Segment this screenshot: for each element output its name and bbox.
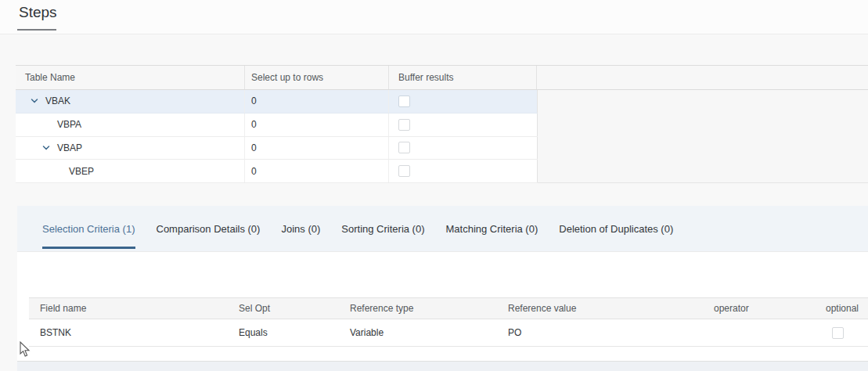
tree-row-vbep[interactable]: VBEP 0 bbox=[16, 160, 538, 183]
select-up-to-rows-value: 0 bbox=[251, 119, 257, 130]
steps-page: Steps Table Name Select up to rows Buffe… bbox=[0, 0, 868, 371]
select-up-to-rows-value: 0 bbox=[251, 142, 257, 153]
criteria-table-rows: BSTNK Equals Variable PO bbox=[29, 319, 868, 347]
column-header-buffer-results[interactable]: Buffer results bbox=[389, 66, 537, 89]
tab-comparison-details[interactable]: Comparison Details (0) bbox=[157, 206, 261, 251]
table-name-label: VBPA bbox=[57, 119, 81, 130]
select-up-to-rows-value: 0 bbox=[251, 95, 257, 106]
reference-type-cell: Variable bbox=[350, 319, 384, 347]
column-header-table-name[interactable]: Table Name bbox=[16, 66, 245, 89]
table-name-label: VBAP bbox=[57, 142, 82, 153]
chevron-down-icon[interactable] bbox=[30, 95, 45, 106]
tab-sorting-criteria[interactable]: Sorting Criteria (0) bbox=[341, 206, 424, 251]
tab-strip: Selection Criteria (1) Comparison Detail… bbox=[17, 206, 868, 252]
buffer-results-checkbox[interactable] bbox=[398, 142, 410, 153]
page-title: Steps bbox=[19, 4, 57, 21]
column-header-empty bbox=[537, 66, 868, 89]
criteria-column-header-operator[interactable]: operator bbox=[714, 298, 749, 319]
buffer-results-checkbox[interactable] bbox=[398, 165, 410, 177]
table-name-label: VBAK bbox=[45, 95, 70, 106]
criteria-table-header: Field nameSel OptReference typeReference… bbox=[29, 297, 868, 319]
criteria-row[interactable]: BSTNK Equals Variable PO bbox=[29, 319, 868, 347]
field-name-cell: BSTNK bbox=[40, 319, 71, 347]
tab-selection-criteria[interactable]: Selection Criteria (1) bbox=[42, 206, 135, 251]
page-header: Steps bbox=[0, 0, 868, 34]
criteria-column-header-sel-opt[interactable]: Sel Opt bbox=[239, 298, 270, 319]
buffer-results-checkbox[interactable] bbox=[398, 119, 410, 131]
page-title-underline bbox=[17, 29, 56, 31]
optional-checkbox[interactable] bbox=[832, 327, 844, 339]
bottom-section-strip bbox=[17, 362, 868, 371]
selection-criteria-table: Field nameSel OptReference typeReference… bbox=[29, 297, 868, 347]
table-name-label: VBEP bbox=[69, 166, 94, 177]
tab-joins[interactable]: Joins (0) bbox=[281, 206, 320, 251]
buffer-results-checkbox[interactable] bbox=[398, 95, 410, 107]
column-header-select-up-to-rows[interactable]: Select up to rows bbox=[245, 66, 389, 89]
tree-row-vbap[interactable]: VBAP 0 bbox=[16, 137, 538, 160]
criteria-column-header-reference-value[interactable]: Reference value bbox=[508, 298, 576, 319]
select-up-to-rows-value: 0 bbox=[251, 166, 257, 177]
tree-row-vbak[interactable]: VBAK 0 bbox=[16, 90, 538, 113]
criteria-column-header-reference-type[interactable]: Reference type bbox=[350, 298, 413, 319]
tables-tree-table: Table Name Select up to rows Buffer resu… bbox=[16, 65, 868, 183]
criteria-column-header-optional[interactable]: optional bbox=[826, 298, 859, 319]
criteria-column-header-field-name[interactable]: Field name bbox=[40, 298, 86, 319]
tree-table-header: Table Name Select up to rows Buffer resu… bbox=[16, 66, 868, 90]
chevron-down-icon[interactable] bbox=[41, 142, 57, 153]
sel-opt-cell: Equals bbox=[239, 319, 268, 347]
reference-value-cell: PO bbox=[508, 319, 521, 347]
tree-row-vbpa[interactable]: VBPA 0 bbox=[16, 113, 538, 137]
tab-matching-criteria[interactable]: Matching Criteria (0) bbox=[446, 206, 538, 251]
tab-deletion-of-duplicates[interactable]: Deletion of Duplicates (0) bbox=[559, 206, 673, 251]
tree-table-body: VBAK 0 VBPA 0 VBAP bbox=[16, 90, 868, 183]
